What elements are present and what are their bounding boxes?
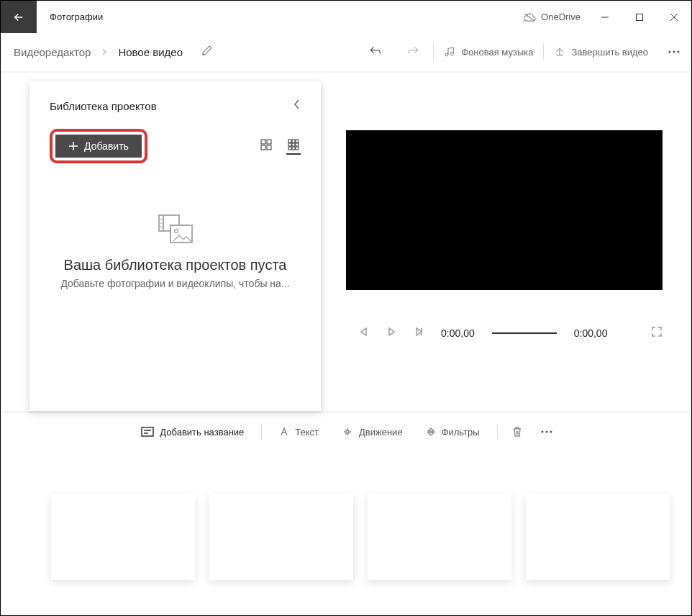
svg-rect-6 <box>267 140 271 144</box>
titlebar: Фотографии OneDrive <box>1 1 691 33</box>
maximize-button[interactable] <box>622 1 657 33</box>
next-frame-button[interactable] <box>414 327 424 340</box>
toolbar-more-button[interactable] <box>657 50 691 53</box>
breadcrumb-current[interactable]: Новое видео <box>115 43 186 61</box>
cloud-off-icon <box>522 12 537 22</box>
toolbar: Видеоредактор Новое видео Фоновая музыка… <box>1 33 691 73</box>
filters-button[interactable]: Фильтры <box>416 422 490 442</box>
svg-rect-25 <box>142 427 153 436</box>
svg-point-2 <box>669 51 671 53</box>
onedrive-button[interactable]: OneDrive <box>522 12 588 22</box>
timeline-more-button[interactable] <box>532 430 561 433</box>
grid-large-view-button[interactable] <box>259 137 273 155</box>
timeline-clip-placeholder[interactable] <box>526 494 670 580</box>
close-button[interactable] <box>657 1 691 33</box>
timeline-clip-placeholder[interactable] <box>51 494 195 580</box>
svg-rect-12 <box>288 143 291 146</box>
play-button[interactable] <box>386 327 396 340</box>
prev-frame-button[interactable] <box>359 327 369 340</box>
svg-rect-8 <box>267 145 271 150</box>
add-title-button[interactable]: Добавить название <box>131 422 254 442</box>
empty-title: Ваша библиотека проектов пуста <box>50 257 301 273</box>
empty-library-icon <box>50 214 301 244</box>
filters-icon <box>426 427 436 437</box>
svg-rect-1 <box>637 14 643 20</box>
back-button[interactable] <box>1 1 37 33</box>
finish-video-button[interactable]: Завершить видео <box>545 46 657 58</box>
library-title: Библиотека проектов <box>50 100 157 112</box>
add-button-highlight: Добавить <box>50 129 147 163</box>
svg-rect-13 <box>292 143 295 146</box>
svg-rect-14 <box>296 143 299 146</box>
svg-rect-5 <box>261 140 265 144</box>
svg-point-4 <box>678 51 680 53</box>
svg-rect-9 <box>288 140 291 142</box>
background-music-button[interactable]: Фоновая музыка <box>435 46 542 58</box>
timeline-clip-placeholder[interactable] <box>368 494 511 580</box>
main: Библиотека проектов Добавить <box>1 73 691 411</box>
svg-point-29 <box>541 431 543 433</box>
breadcrumb-root[interactable]: Видеоредактор <box>11 43 94 61</box>
player-controls: 0:00,00 0:00,00 <box>346 326 663 340</box>
music-icon <box>444 46 455 58</box>
timeline-toolbar: Добавить название Текст Движение Фильтры <box>1 411 691 450</box>
svg-rect-11 <box>296 140 299 142</box>
fullscreen-button[interactable] <box>651 326 663 340</box>
svg-rect-7 <box>261 145 265 150</box>
chevron-right-icon <box>101 45 108 58</box>
motion-icon <box>342 427 353 437</box>
svg-point-3 <box>673 51 675 53</box>
progress-bar[interactable] <box>492 332 557 334</box>
empty-state: Ваша библиотека проектов пуста Добавьте … <box>50 214 301 289</box>
svg-point-31 <box>550 431 552 433</box>
redo-button[interactable] <box>394 37 432 66</box>
add-button[interactable]: Добавить <box>55 135 142 158</box>
text-button[interactable]: Текст <box>269 422 329 442</box>
svg-rect-15 <box>288 147 291 150</box>
video-preview[interactable] <box>346 130 663 290</box>
title-card-icon <box>141 427 154 437</box>
current-time: 0:00,00 <box>441 327 475 339</box>
library-panel: Библиотека проектов Добавить <box>29 81 321 411</box>
export-icon <box>554 46 565 58</box>
svg-point-28 <box>346 430 349 433</box>
total-time: 0:00,00 <box>574 327 608 339</box>
empty-subtitle: Добавьте фотографии и видеоклипы, чтобы … <box>50 278 301 289</box>
rename-button[interactable] <box>201 45 213 59</box>
svg-point-30 <box>545 431 547 433</box>
timeline-track[interactable] <box>1 450 691 580</box>
svg-rect-17 <box>296 147 299 150</box>
plus-icon <box>68 141 78 151</box>
window-controls <box>588 1 691 33</box>
trash-icon <box>512 426 522 438</box>
undo-button[interactable] <box>357 37 394 66</box>
minimize-button[interactable] <box>588 1 622 33</box>
delete-button[interactable] <box>505 422 529 442</box>
svg-rect-16 <box>292 147 295 150</box>
svg-rect-10 <box>292 140 295 142</box>
text-icon <box>279 427 289 437</box>
timeline-clip-placeholder[interactable] <box>209 494 353 580</box>
app-title: Фотографии <box>37 12 522 22</box>
grid-small-view-button[interactable] <box>286 137 301 155</box>
preview-panel: 0:00,00 0:00,00 <box>321 73 691 411</box>
collapse-library-button[interactable] <box>293 99 301 113</box>
motion-button[interactable]: Движение <box>332 422 413 442</box>
